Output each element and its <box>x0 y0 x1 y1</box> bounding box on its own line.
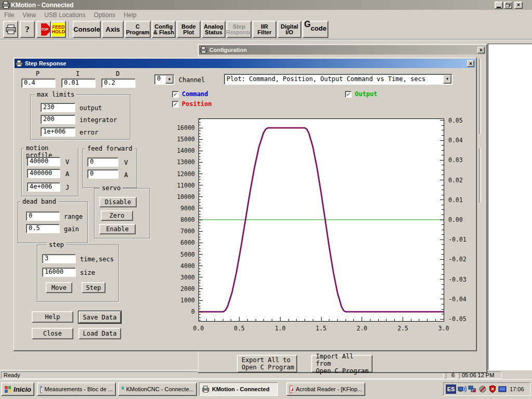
output-checkbox-box[interactable]: ✓ <box>345 91 352 98</box>
max-error-field[interactable]: 1e+006 <box>41 127 75 137</box>
svg-text:✕: ✕ <box>472 388 476 393</box>
deadband-range-field[interactable]: 0 <box>26 211 60 221</box>
task-kmotion[interactable]: KMotion - Connected <box>199 382 278 396</box>
servo-disable-button[interactable]: Disable <box>99 197 137 207</box>
security-alert-shield-icon[interactable]: ✕ <box>488 385 497 393</box>
svg-text:0.04: 0.04 <box>448 137 463 144</box>
toolbar-step-response-button[interactable]: StepResponse <box>227 21 251 38</box>
help-button[interactable]: ? <box>20 21 35 38</box>
menu-options[interactable]: Options <box>90 10 119 20</box>
p-field[interactable]: 0.4 <box>21 78 56 88</box>
menubar: File View USB Locations Options Help <box>0 10 532 20</box>
motion-v-field[interactable]: 40000 <box>27 157 60 166</box>
max-integrator-field[interactable]: 200 <box>41 115 75 124</box>
toolbar-console-button[interactable]: Console <box>73 21 101 38</box>
config-panel-edge <box>479 149 481 203</box>
motion-a-label: A <box>65 170 69 178</box>
step-time-field[interactable]: 3 <box>42 254 76 263</box>
configuration-close-button[interactable]: × <box>477 47 485 54</box>
output-checkbox[interactable]: ✓ Output <box>345 90 377 98</box>
load-data-button[interactable]: Load Data <box>78 328 121 339</box>
svg-text:12000: 12000 <box>177 170 195 178</box>
ff-a-field[interactable]: 0 <box>87 169 118 179</box>
step-response-dialog: Step Response × P I D 0.4 0.01 0.2 0 ▼ C… <box>13 57 477 351</box>
print-button[interactable] <box>3 21 18 38</box>
toolbar-gcode-button[interactable]: Gcode <box>302 21 328 38</box>
svg-text:14000: 14000 <box>177 147 195 154</box>
step-response-close-button[interactable]: × <box>467 60 474 67</box>
command-checkbox-box[interactable]: ✓ <box>172 91 179 98</box>
svg-text:✕: ✕ <box>491 387 495 392</box>
toolbar-axis-button[interactable]: Axis <box>102 21 124 38</box>
feed-forward-group: feed forward <box>83 149 137 188</box>
ime-keyboard-icon[interactable] <box>498 385 507 393</box>
servo-enable-button[interactable]: Enable <box>99 224 136 234</box>
deadband-gain-label: gain <box>64 225 79 233</box>
svg-text:1000: 1000 <box>180 297 195 304</box>
close-dialog-button[interactable]: Close <box>32 328 73 339</box>
blocked-icon[interactable] <box>478 385 487 393</box>
configuration-titlebar[interactable]: Configuration × <box>199 45 486 55</box>
motion-j-label: J <box>65 184 69 191</box>
window-titlebar: KMotion - Connected × <box>0 0 532 10</box>
motion-v-label: V <box>65 158 69 166</box>
task-acrobat[interactable]: Acrobat Reader - [KFlop... <box>286 382 365 396</box>
close-button[interactable]: × <box>514 2 523 9</box>
step-size-field[interactable]: 16000 <box>42 268 76 277</box>
stop-button[interactable]: STOP <box>36 21 51 38</box>
toolbar-digital-io-button[interactable]: DigitalI/O <box>277 21 301 38</box>
export-all-button[interactable]: Export All toOpen C Program <box>237 355 297 373</box>
p-label: P <box>36 70 39 77</box>
svg-text:-0.02: -0.02 <box>448 256 467 263</box>
menu-view[interactable]: View <box>18 10 40 20</box>
network-wireless-icon[interactable] <box>458 385 467 393</box>
move-button[interactable]: Move <box>46 282 72 293</box>
i-field[interactable]: 0.01 <box>61 78 96 88</box>
svg-text:9000: 9000 <box>180 205 195 212</box>
save-data-button[interactable]: Save Data <box>78 311 121 323</box>
task-kmotioncnc[interactable]: KMotionCNC - Connecte... <box>118 382 197 396</box>
svg-text:3.0: 3.0 <box>438 325 449 332</box>
channel-dropdown-arrow[interactable]: ▼ <box>165 75 174 84</box>
tray-clock: 17:06 <box>510 386 524 392</box>
step-button[interactable]: Step <box>82 282 105 293</box>
svg-text:0.00: 0.00 <box>448 216 463 223</box>
start-button[interactable]: Inicio <box>1 382 34 396</box>
network-disconnected-icon[interactable]: ✕ <box>468 385 477 393</box>
kmotioncnc-icon <box>121 385 124 393</box>
task-notepad[interactable]: Measurements - Bloc de ... <box>37 382 116 396</box>
motion-j-field[interactable]: 4e+006 <box>27 182 60 192</box>
toolbar-c-program-button[interactable]: CProgram <box>125 21 151 38</box>
toolbar-iir-filter-button[interactable]: IIRFilter <box>252 21 276 38</box>
language-indicator[interactable]: ES <box>446 384 456 394</box>
toolbar-config-flash-button[interactable]: Config& Flash <box>152 21 176 38</box>
max-output-field[interactable]: 230 <box>41 103 75 112</box>
step-response-icon <box>16 60 23 67</box>
step-response-titlebar[interactable]: Step Response × <box>15 59 475 68</box>
ff-v-field[interactable]: 0 <box>87 157 118 167</box>
plot-select[interactable]: Plot: Command, Position, Output Command … <box>224 74 453 85</box>
plot-dropdown-arrow[interactable]: ▼ <box>443 75 451 84</box>
menu-usb-locations[interactable]: USB Locations <box>40 10 89 20</box>
position-checkbox-box[interactable]: ✓ <box>172 101 179 108</box>
toolbar-analog-status-button[interactable]: AnalogStatus <box>202 21 225 38</box>
channel-select[interactable]: 0 ▼ <box>154 74 175 85</box>
position-checkbox[interactable]: ✓ Position <box>172 100 212 108</box>
help-dialog-button[interactable]: Help <box>32 311 73 323</box>
restore-button[interactable] <box>504 2 512 9</box>
deadband-gain-field[interactable]: 0.5 <box>26 224 60 233</box>
menu-file[interactable]: File <box>0 10 18 20</box>
svg-text:0.5: 0.5 <box>234 325 245 332</box>
motion-a-field[interactable]: 400000 <box>27 169 60 178</box>
svg-text:0.03: 0.03 <box>448 156 463 164</box>
toolbar-separator <box>69 21 70 37</box>
feed-hold-button[interactable]: FEEDHOLD <box>51 21 66 38</box>
import-all-button[interactable]: Import All fromOpen C Program <box>311 355 373 373</box>
toolbar-bode-plot-button[interactable]: BodePlot <box>177 21 201 38</box>
d-field[interactable]: 0.2 <box>101 78 136 88</box>
servo-zero-button[interactable]: Zero <box>101 210 133 221</box>
minimize-button[interactable] <box>495 2 503 9</box>
svg-text:11000: 11000 <box>177 182 195 189</box>
command-checkbox[interactable]: ✓ Command <box>172 90 208 98</box>
menu-help[interactable]: Help <box>119 10 141 20</box>
